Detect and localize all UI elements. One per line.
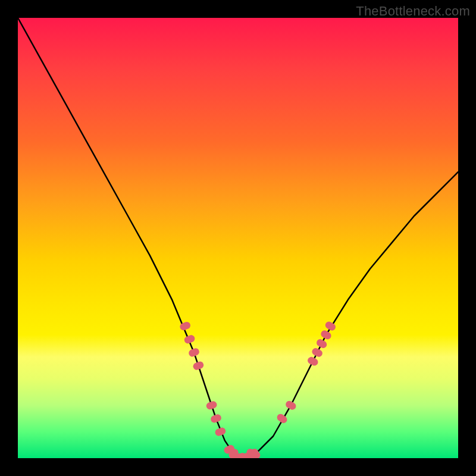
bottleneck-curve	[18, 18, 458, 458]
curve-marker	[284, 400, 298, 411]
curve-marker	[243, 453, 250, 458]
curve-marker	[179, 321, 192, 331]
curve-marker	[315, 338, 328, 349]
curve-marker	[239, 453, 246, 458]
curve-marker	[311, 347, 323, 358]
curve-marker	[183, 334, 196, 345]
curve-layer	[18, 18, 458, 458]
plot-area	[18, 18, 458, 458]
curve-marker	[306, 356, 319, 367]
chart-frame: TheBottleneck.com	[0, 0, 476, 476]
curve-marker	[324, 320, 337, 331]
watermark-text: TheBottleneck.com	[356, 4, 470, 19]
curve-marker	[245, 447, 257, 458]
curve-marker	[192, 361, 205, 371]
curve-marker	[320, 329, 333, 340]
curve-marker	[214, 427, 227, 437]
curve-marker	[187, 347, 200, 358]
curve-marker	[223, 444, 235, 455]
curve-marker	[231, 452, 244, 458]
curve-marker	[209, 414, 222, 424]
curve-marker	[227, 447, 240, 458]
curve-marker	[205, 400, 218, 411]
curve-marker	[249, 447, 261, 458]
curve-marker	[275, 412, 289, 424]
